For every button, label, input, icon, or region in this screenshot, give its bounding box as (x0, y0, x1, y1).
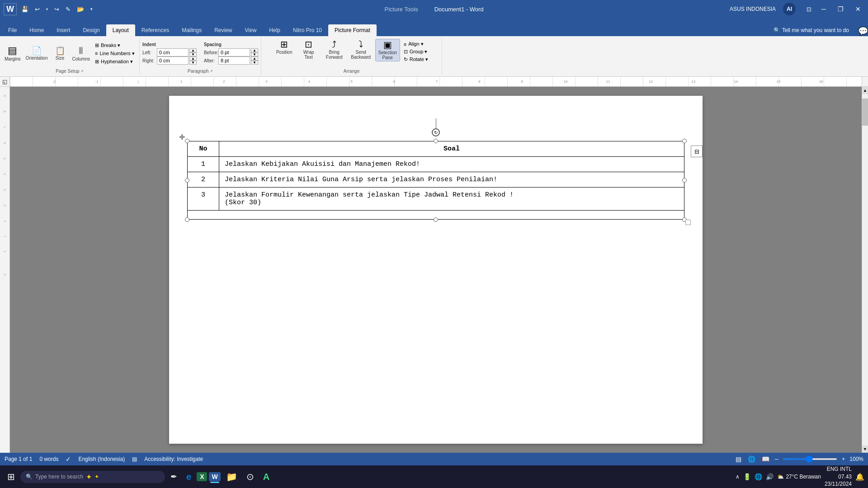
orientation-button[interactable]: 📄 Orientation (24, 46, 50, 61)
breaks-button[interactable]: ⊞ Breaks ▾ (93, 42, 137, 49)
columns-button[interactable]: ⫴ Columns (71, 45, 92, 62)
tab-home[interactable]: Home (23, 24, 50, 36)
start-button[interactable]: ⊞ (4, 469, 19, 484)
taskbar-excel-app[interactable]: X (197, 472, 207, 481)
volume-icon[interactable]: 🔊 (766, 473, 774, 480)
redo-qat-button[interactable]: ↪ (52, 5, 61, 14)
indent-left-up[interactable]: ▲ (189, 48, 197, 52)
scroll-down-button[interactable]: ▼ (862, 446, 868, 453)
selection-pane-button[interactable]: ▣ SelectionPane (375, 39, 400, 61)
ruler-scroll-right[interactable] (862, 77, 868, 86)
taskbar-word-app[interactable]: W (209, 472, 220, 481)
handle-top-center[interactable] (434, 139, 438, 143)
handle-bottom-center[interactable] (434, 217, 438, 222)
zoom-slider[interactable] (783, 458, 837, 460)
undo-dropdown-button[interactable]: ▾ (44, 6, 50, 12)
tab-file[interactable]: File (2, 24, 23, 36)
spacing-after-up[interactable]: ▲ (251, 56, 258, 61)
layout-tag-button[interactable]: ⊟ (691, 145, 703, 157)
language-indicator[interactable]: English (Indonesia) (78, 456, 125, 462)
comment-icon[interactable]: 💬 (858, 26, 868, 36)
taskbar-edge-app[interactable]: e (183, 470, 195, 484)
clock[interactable]: ENG INTL 07.43 23/11/2024 (825, 465, 852, 488)
restore-button[interactable]: ❐ (834, 5, 847, 14)
handle-bottom-left[interactable] (185, 217, 189, 222)
zoom-in-icon[interactable]: + (842, 456, 845, 462)
indent-right-down[interactable]: ▼ (189, 61, 197, 65)
save-qat-button[interactable]: 💾 (19, 5, 30, 14)
document-area[interactable]: ✛ ↻ (10, 87, 862, 453)
tell-me-search[interactable]: 🔍 Tell me what you want to do (768, 24, 854, 36)
undo-qat-button[interactable]: ↩ (33, 5, 42, 14)
indent-left-down[interactable]: ▼ (189, 52, 197, 56)
word-count[interactable]: 0 words (39, 456, 58, 462)
taskbar-android-app[interactable]: A (259, 470, 273, 484)
size-button[interactable]: 📋 Size (51, 46, 69, 61)
notification-button[interactable]: 🔔 (855, 473, 864, 481)
handle-middle-left[interactable] (185, 178, 189, 183)
rotate-button[interactable]: ↻ Rotate ▾ (402, 56, 430, 63)
wrap-text-button[interactable]: ⊡ WrapText (297, 39, 320, 61)
tab-view[interactable]: View (239, 24, 263, 36)
weather-widget[interactable]: ⛅ 27°C Berawan (777, 474, 821, 480)
minimize-button[interactable]: ─ (818, 5, 830, 14)
web-layout-view-button[interactable]: 🌐 (747, 455, 756, 464)
handle-top-left[interactable] (185, 139, 189, 143)
layout-options-handle[interactable] (685, 220, 691, 225)
spacing-before-input[interactable] (218, 48, 250, 56)
position-button[interactable]: ⊞ Position (273, 39, 296, 56)
bring-forward-button[interactable]: ⤴ BringForward (322, 39, 347, 61)
collapse-ribbon-button[interactable]: ∧ (861, 0, 865, 7)
rotate-circle[interactable]: ↻ (432, 128, 440, 136)
paragraph-label[interactable]: Paragraph ↗ (188, 69, 213, 74)
page-setup-label[interactable]: Page Setup ↗ (56, 69, 83, 74)
tab-mailings[interactable]: Mailings (175, 24, 208, 36)
user-avatar[interactable]: AI (783, 3, 796, 15)
scroll-thumb[interactable] (862, 99, 868, 126)
spacing-before-up[interactable]: ▲ (251, 48, 258, 52)
tab-insert[interactable]: Insert (50, 24, 76, 36)
margins-button[interactable]: ▤ Margins (3, 45, 23, 62)
hyphenation-button[interactable]: ⊞ Hyphenation ▾ (93, 58, 137, 65)
hyphenation-icon: ⊞ (95, 59, 99, 65)
taskbar-search-box[interactable]: 🔍 Type here to search ✦ ✦ (20, 471, 165, 483)
spacing-after-input[interactable] (218, 56, 250, 65)
scroll-up-button[interactable]: ▲ (862, 87, 868, 94)
indent-right-input[interactable] (157, 56, 189, 65)
taskbar-explorer-app[interactable]: 📁 (222, 469, 241, 484)
zoom-level[interactable]: 100% (849, 456, 863, 462)
print-layout-view-button[interactable]: ▤ (735, 455, 742, 464)
group-button[interactable]: ⊡ Group ▾ (402, 48, 430, 55)
handle-top-right[interactable] (682, 139, 687, 143)
align-button[interactable]: ≡ Align ▾ (402, 41, 430, 47)
indent-left-input[interactable] (157, 48, 189, 56)
move-handle[interactable]: ✛ (179, 133, 185, 141)
tab-nitro[interactable]: Nitro Pro 10 (287, 24, 328, 36)
line-numbers-button[interactable]: ≡ Line Numbers ▾ (93, 50, 137, 57)
tab-references[interactable]: References (135, 24, 175, 36)
page-indicator[interactable]: Page 1 of 1 (5, 456, 32, 462)
vertical-scrollbar[interactable]: ▲ ▼ (862, 87, 868, 453)
spacing-after-down[interactable]: ▼ (251, 61, 258, 65)
taskbar-stylus-app[interactable]: ✒ (167, 470, 181, 483)
ribbon-display-button[interactable]: ⊡ (805, 5, 813, 14)
customize-qat-button[interactable]: ▾ (89, 6, 94, 12)
touch-qat-button[interactable]: ✎ (64, 5, 72, 14)
spacing-before-down[interactable]: ▼ (251, 52, 258, 56)
tab-layout[interactable]: Layout (106, 24, 135, 36)
send-backward-button[interactable]: ⤵ SendBackward (349, 39, 373, 61)
accessibility-label[interactable]: Accessibility: Investigate (144, 456, 203, 462)
system-tray-up-icon[interactable]: ∧ (736, 474, 740, 480)
indent-right-up[interactable]: ▲ (189, 56, 197, 61)
tab-picture-format[interactable]: Picture Format (328, 24, 377, 36)
ruler-corner-icon[interactable]: ◱ (2, 79, 7, 85)
zoom-out-icon[interactable]: ─ (775, 456, 779, 462)
tab-review[interactable]: Review (208, 24, 238, 36)
open-qat-button[interactable]: 📂 (75, 5, 86, 14)
handle-middle-right[interactable] (682, 178, 687, 183)
tab-help[interactable]: Help (263, 24, 287, 36)
tab-design[interactable]: Design (76, 24, 106, 36)
read-mode-button[interactable]: 📖 (761, 455, 770, 464)
table-row: 1 Jelaskan Kebijakan Akuisisi dan Manaje… (188, 157, 684, 172)
taskbar-chrome-app[interactable]: ⊙ (243, 469, 258, 484)
